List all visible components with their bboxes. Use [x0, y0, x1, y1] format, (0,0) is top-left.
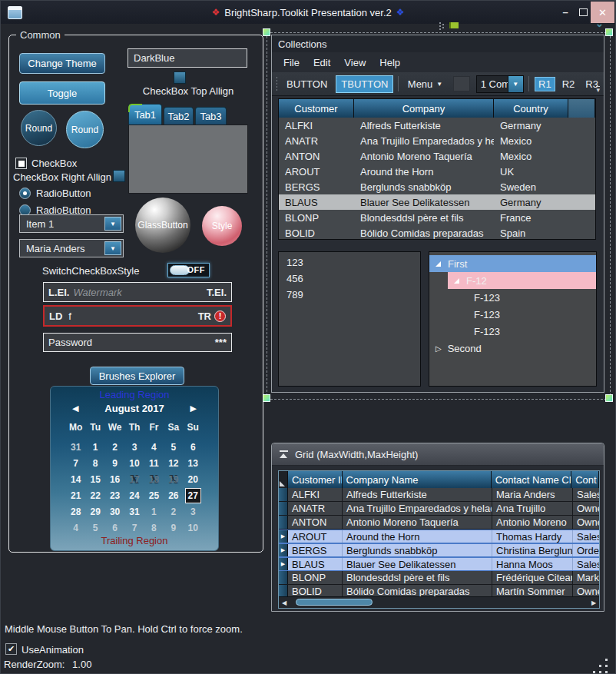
watermark-field[interactable]: L.EI. Watermark T.EI.: [43, 282, 232, 302]
checkbox-right-align[interactable]: [113, 170, 125, 182]
row-header[interactable]: [279, 488, 288, 501]
calendar-day[interactable]: 25: [144, 488, 164, 503]
calendar-day[interactable]: 8: [85, 456, 104, 471]
calendar-day[interactable]: 21: [66, 488, 85, 503]
grid-panel-header[interactable]: Grid (MaxWidth,MaxHeight): [272, 443, 604, 466]
table-row[interactable]: BLONPBlondesddsl père et filsFrance: [279, 210, 595, 225]
calendar-day[interactable]: 2: [164, 504, 183, 520]
calendar[interactable]: Leading Region ◀ August 2017 ▶ MoTuWeThF…: [50, 386, 219, 551]
calendar-day[interactable]: 6: [105, 520, 124, 536]
calendar-day[interactable]: 30: [105, 504, 124, 520]
table-row[interactable]: ▶BLAUSBlauer See DelikatessenHanna MoosS…: [279, 557, 599, 571]
row-header[interactable]: [279, 516, 288, 529]
calendar-day[interactable]: 3: [184, 504, 203, 520]
row-header[interactable]: [279, 571, 288, 584]
expander-collapsed-icon[interactable]: ▷: [436, 344, 442, 353]
calendar-day[interactable]: 24: [124, 488, 144, 503]
calendar-day[interactable]: 3: [124, 440, 144, 455]
calendar-day[interactable]: X18: [144, 472, 164, 487]
column-header-company[interactable]: Company: [354, 99, 494, 118]
toolbar-radio-r1[interactable]: R1: [535, 77, 555, 91]
calendar-day[interactable]: 8: [144, 520, 164, 536]
expander-expanded-icon[interactable]: [454, 278, 459, 284]
toggle-button[interactable]: Toggle: [19, 81, 105, 105]
use-animation-checkbox[interactable]: ✔: [5, 643, 17, 655]
menu-item-view[interactable]: View: [337, 55, 373, 71]
calendar-day[interactable]: 1: [144, 504, 164, 520]
calendar-day[interactable]: 5: [85, 520, 104, 536]
menu-item-edit[interactable]: Edit: [306, 55, 337, 71]
row-header[interactable]: ▶: [279, 558, 288, 570]
tab-tab2[interactable]: Tab2: [164, 107, 194, 125]
column-header[interactable]: Customer ID: [288, 471, 343, 488]
calendar-day[interactable]: 29: [85, 504, 104, 520]
list-item[interactable]: 123: [279, 254, 420, 271]
toolbar-overflow-icon[interactable]: ▾: [596, 86, 600, 93]
tab-tab3[interactable]: Tab3: [195, 107, 227, 125]
calendar-day[interactable]: 9: [105, 456, 124, 471]
calendar-day[interactable]: 22: [85, 488, 104, 503]
maximize-button[interactable]: [575, 1, 591, 23]
table-row[interactable]: BOLIDBólido Comidas preparadasSpain: [279, 225, 595, 241]
toolbar-toggle-button[interactable]: TBUTTON: [336, 75, 393, 93]
calendar-day[interactable]: 11: [144, 456, 164, 471]
table-row[interactable]: ANATRAna Trujillo Emparedados y heladosA…: [279, 502, 599, 516]
calendar-day[interactable]: 26: [164, 488, 183, 503]
tree-item[interactable]: ▷Second: [429, 340, 596, 357]
password-field[interactable]: Password ***: [43, 333, 232, 352]
row-header[interactable]: [279, 502, 288, 515]
toolbar-button[interactable]: BUTTON: [281, 76, 333, 92]
calendar-day[interactable]: 12: [164, 456, 183, 471]
calendar-day[interactable]: 16: [105, 472, 124, 487]
tab-tab1[interactable]: Tab1: [128, 104, 162, 125]
calendar-day[interactable]: 10: [124, 456, 144, 471]
selection-handle[interactable]: [605, 394, 613, 402]
selection-handle[interactable]: [605, 28, 613, 36]
menu-item-help[interactable]: Help: [373, 55, 407, 71]
item-combobox[interactable]: Item 1 ▼: [19, 214, 124, 233]
calendar-next-icon[interactable]: ▶: [190, 403, 197, 413]
scrollbar-thumb[interactable]: [296, 599, 373, 606]
table-row[interactable]: AROUTAround the HornUK: [279, 164, 595, 179]
calendar-day[interactable]: X17: [124, 472, 144, 487]
round-button-2[interactable]: Round: [66, 111, 104, 148]
adorner-chevron-icon[interactable]: ⌄: [595, 18, 604, 29]
change-theme-button[interactable]: Change Theme: [19, 53, 105, 74]
table-row[interactable]: ALFKIAlfreds FutterkisteGermany: [279, 118, 595, 133]
column-header[interactable]: Cont: [571, 471, 599, 488]
table-row[interactable]: BLONPBlondesddsl père et filsFrédérique …: [279, 571, 599, 585]
calendar-day[interactable]: 10: [184, 520, 203, 536]
row-header[interactable]: ▶: [279, 544, 288, 556]
titlebar[interactable]: ❖ BrightSharp.Toolkit Presentation ver.2…: [1, 1, 615, 24]
horizontal-scrollbar[interactable]: ◀ ▶: [279, 596, 599, 608]
calendar-day[interactable]: 28: [66, 504, 85, 520]
column-header-customer[interactable]: Customer: [279, 99, 354, 118]
table-row[interactable]: ▶AROUTAround the HornThomas HardySales: [279, 530, 599, 543]
selection-handle[interactable]: [263, 28, 270, 36]
list-item[interactable]: 789: [279, 287, 420, 303]
calendar-day[interactable]: 23: [105, 488, 124, 503]
collections-window-titlebar[interactable]: Collections: [272, 35, 604, 52]
calendar-day[interactable]: X19: [164, 472, 183, 487]
table-row[interactable]: ALFKIAlfreds FutterkisteMaria AndersSale…: [279, 488, 599, 502]
calendar-day[interactable]: 31: [66, 440, 85, 455]
select-all-corner[interactable]: [279, 471, 288, 488]
calendar-day[interactable]: 4: [144, 440, 164, 455]
collapse-icon[interactable]: [280, 450, 288, 458]
switch-checkbox[interactable]: OFF: [167, 263, 210, 277]
calendar-day[interactable]: 31: [124, 504, 144, 520]
calendar-day[interactable]: 13: [184, 456, 203, 471]
calendar-day[interactable]: 4: [66, 520, 85, 536]
calendar-day[interactable]: 1: [85, 440, 104, 455]
chevron-down-icon[interactable]: ▼: [104, 217, 121, 231]
toolbar-gripper-icon[interactable]: [277, 77, 277, 91]
chevron-down-icon[interactable]: ▼: [508, 76, 523, 92]
column-header[interactable]: Contact Name CN: [492, 471, 572, 488]
calendar-day[interactable]: 20: [184, 472, 203, 487]
calendar-day[interactable]: 7: [66, 456, 85, 471]
resize-grip-icon[interactable]: [605, 659, 608, 661]
calendar-day[interactable]: 9: [164, 520, 183, 536]
error-field[interactable]: LD f TR !: [43, 305, 232, 327]
customer-combobox[interactable]: Maria Anders ▼: [19, 239, 124, 257]
table-row[interactable]: ANTONAntonio Moreno TaqueríaMexico: [279, 148, 595, 164]
